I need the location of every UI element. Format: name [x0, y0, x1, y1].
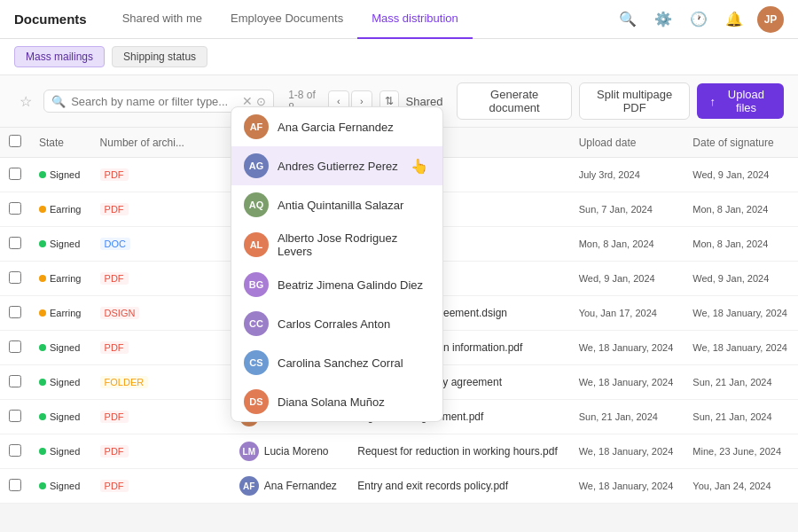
- file-name[interactable]: Entry and exit records policy.pdf: [357, 480, 508, 492]
- dropdown-person-item[interactable]: AF Ana Garcia Fernandez: [231, 107, 442, 146]
- dropdown-person-avatar: CS: [244, 350, 269, 375]
- sub-header: Mass mailings Shipping status: [0, 39, 798, 75]
- status-badge: Signed: [39, 446, 80, 457]
- dropdown-person-item[interactable]: CC Carlos Corrales Anton: [231, 304, 442, 343]
- upload-date: We, 18 January, 2024: [579, 342, 674, 353]
- dropdown-person-avatar: DS: [244, 389, 269, 414]
- select-all-checkbox[interactable]: [9, 135, 21, 147]
- sign-date: Mon, 8 Jan, 2024: [692, 239, 768, 249]
- action-buttons: Generate document Split multipage PDF ↑ …: [457, 82, 784, 120]
- shipping-status-button[interactable]: Shipping status: [112, 46, 207, 67]
- upload-date: Mon, 8 Jan, 2024: [579, 239, 654, 249]
- status-badge: Earring: [39, 308, 81, 318]
- user-avatar[interactable]: JP: [757, 6, 784, 33]
- upload-date: July 3rd, 2024: [579, 169, 640, 180]
- row-checkbox[interactable]: [9, 202, 21, 215]
- dropdown-person-item[interactable]: AL Alberto Jose Rodriguez Levers: [231, 224, 442, 265]
- dropdown-person-name: Ana Garcia Fernandez: [278, 121, 394, 134]
- sign-date: We, 18 January, 2024: [692, 342, 787, 353]
- status-dot: [39, 448, 46, 455]
- mass-mailings-button[interactable]: Mass mailings: [14, 46, 105, 67]
- bell-icon[interactable]: 🔔: [722, 7, 747, 32]
- row-checkbox[interactable]: [9, 479, 21, 491]
- upload-date: We, 18 January, 2024: [579, 446, 674, 457]
- row-checkbox[interactable]: [9, 168, 21, 180]
- dropdown-person-avatar: CC: [244, 311, 269, 336]
- upload-date: Sun, 21 Jan, 2024: [579, 411, 658, 422]
- dropdown-person-item[interactable]: DS Diana Solana Muñoz: [231, 382, 442, 421]
- upload-icon: ↑: [709, 95, 716, 108]
- file-type-badge: PDF: [100, 445, 129, 458]
- search-input[interactable]: [71, 95, 239, 108]
- status-dot: [39, 482, 46, 489]
- table-row: Signed PDF AF Ana Fernandez Entry and ex…: [0, 469, 798, 504]
- status-dot: [39, 206, 46, 213]
- app-header: Documents Shared with me Employee Docume…: [0, 0, 798, 39]
- sign-date: Wed, 9 Jan, 2024: [692, 169, 769, 180]
- status-badge: Signed: [39, 342, 80, 353]
- status-dot: [39, 171, 46, 178]
- dropdown-person-name: Diana Solana Muñoz: [278, 395, 385, 409]
- col-icon: [195, 128, 213, 158]
- sign-date: Sun, 21 Jan, 2024: [692, 377, 771, 387]
- status-dot: [39, 309, 46, 317]
- generate-document-button[interactable]: Generate document: [457, 82, 571, 120]
- gen-doc-label: Generate document: [470, 88, 558, 114]
- person-avatar: LM: [239, 442, 259, 461]
- search-icon[interactable]: 🔍: [615, 7, 640, 32]
- file-type-badge: PDF: [100, 411, 129, 423]
- row-checkbox[interactable]: [9, 271, 21, 284]
- dropdown-person-name: Carlos Corrales Anton: [278, 317, 390, 331]
- split-pdf-label: Split multipage PDF: [591, 88, 678, 114]
- file-type-badge: PDF: [100, 168, 129, 181]
- favorite-button[interactable]: ☆: [14, 89, 36, 113]
- cursor-icon: 👆: [411, 158, 428, 175]
- sign-date: Mon, 8 Jan, 2024: [692, 204, 768, 215]
- file-name[interactable]: Request for reduction in working hours.p…: [357, 445, 557, 458]
- file-type-badge: PDF: [100, 480, 129, 492]
- status-dot: [39, 240, 46, 247]
- row-checkbox[interactable]: [9, 340, 21, 353]
- tab-employee-documents[interactable]: Employee Documents: [216, 0, 357, 39]
- sign-date: We, 18 January, 2024: [692, 308, 787, 318]
- dropdown-person-item[interactable]: BG Beatriz Jimena Galindo Diez: [231, 265, 442, 304]
- row-checkbox[interactable]: [9, 306, 21, 318]
- upload-files-button[interactable]: ↑ Upload files: [697, 83, 784, 119]
- dropdown-person-name: Andres Gutierrez Perez: [278, 160, 398, 173]
- tab-shared-with-me[interactable]: Shared with me: [108, 0, 216, 39]
- upload-date: Sun, 7 Jan, 2024: [579, 204, 653, 215]
- file-type-badge: DOC: [100, 238, 130, 250]
- dropdown-person-item[interactable]: CS Carolina Sanchez Corral: [231, 343, 442, 382]
- upload-date: You, Jan 17, 2024: [579, 308, 657, 318]
- assigned-person: AF Ana Fernandez: [239, 476, 340, 496]
- app-title: Documents: [14, 12, 87, 27]
- status-dot: [39, 275, 46, 282]
- status-badge: Signed: [39, 411, 80, 422]
- settings-icon[interactable]: ⚙️: [651, 7, 676, 32]
- row-checkbox[interactable]: [9, 444, 21, 457]
- row-checkbox[interactable]: [9, 410, 21, 422]
- col-number: Number of archi...: [91, 128, 195, 158]
- dropdown-person-avatar: AF: [244, 114, 269, 139]
- dropdown-person-item[interactable]: AG Andres Gutierrez Perez 👆: [231, 146, 442, 185]
- status-badge: Earring: [39, 204, 81, 215]
- row-checkbox[interactable]: [9, 375, 21, 387]
- dropdown-person-item[interactable]: AQ Antia Quintanilla Salazar: [231, 185, 442, 224]
- clock-icon[interactable]: 🕐: [686, 7, 711, 32]
- sign-date: Wed, 9 Jan, 2024: [692, 273, 769, 284]
- col-state: State: [30, 128, 91, 158]
- sign-date: You, Jan 24, 2024: [692, 481, 771, 491]
- dropdown-person-name: Carolina Sanchez Corral: [278, 356, 403, 370]
- dropdown-person-avatar: AG: [244, 153, 269, 178]
- status-badge: Signed: [39, 169, 80, 180]
- person-avatar: AF: [239, 476, 259, 496]
- table-row: Signed PDF LM Lucia Moreno Request for r…: [0, 434, 798, 469]
- split-pdf-button[interactable]: Split multipage PDF: [579, 82, 690, 120]
- row-checkbox[interactable]: [9, 237, 21, 249]
- tab-mass-distribution[interactable]: Mass distribution: [357, 0, 473, 39]
- person-dropdown: AF Ana Garcia Fernandez AG Andres Gutier…: [231, 106, 443, 422]
- status-badge: Earring: [39, 273, 81, 284]
- sign-date: Mine, 23 June, 2024: [692, 446, 781, 457]
- search-icon: 🔍: [51, 95, 66, 108]
- file-type-badge: DSIGN: [100, 307, 140, 319]
